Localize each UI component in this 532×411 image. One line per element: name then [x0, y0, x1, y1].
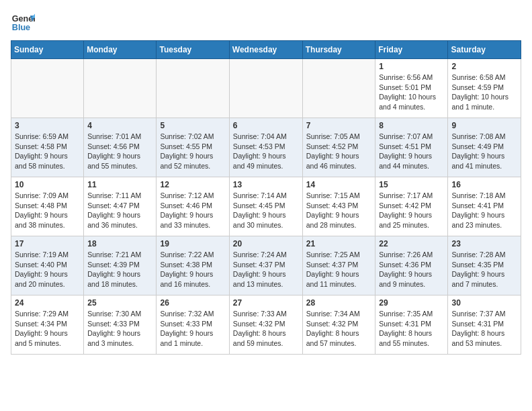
day-cell: 23Sunrise: 7:28 AM Sunset: 4:35 PM Dayli…: [448, 236, 521, 295]
week-row-1: 1Sunrise: 6:56 AM Sunset: 5:01 PM Daylig…: [11, 59, 521, 118]
day-cell: [11, 59, 84, 118]
day-cell: 3Sunrise: 6:59 AM Sunset: 4:58 PM Daylig…: [11, 118, 84, 177]
day-cell: 30Sunrise: 7:37 AM Sunset: 4:31 PM Dayli…: [448, 295, 521, 355]
day-detail: Sunrise: 7:33 AM Sunset: 4:32 PM Dayligh…: [233, 309, 299, 349]
day-number: 19: [160, 239, 225, 248]
day-detail: Sunrise: 7:37 AM Sunset: 4:31 PM Dayligh…: [451, 309, 517, 349]
day-cell: 17Sunrise: 7:19 AM Sunset: 4:40 PM Dayli…: [11, 236, 84, 295]
day-detail: Sunrise: 7:15 AM Sunset: 4:43 PM Dayligh…: [306, 191, 372, 230]
day-number: 28: [306, 298, 372, 308]
day-number: 17: [15, 239, 80, 248]
header-saturday: Saturday: [448, 41, 521, 59]
day-detail: Sunrise: 7:14 AM Sunset: 4:45 PM Dayligh…: [233, 191, 299, 230]
day-cell: 8Sunrise: 7:07 AM Sunset: 4:51 PM Daylig…: [375, 118, 448, 177]
day-detail: Sunrise: 7:04 AM Sunset: 4:53 PM Dayligh…: [233, 132, 299, 171]
day-detail: Sunrise: 7:21 AM Sunset: 4:39 PM Dayligh…: [87, 250, 152, 289]
day-detail: Sunrise: 7:26 AM Sunset: 4:36 PM Dayligh…: [379, 250, 444, 289]
day-number: 23: [451, 239, 517, 248]
header-wednesday: Wednesday: [229, 41, 302, 59]
day-number: 2: [451, 62, 517, 71]
day-cell: 6Sunrise: 7:04 AM Sunset: 4:53 PM Daylig…: [229, 118, 302, 177]
day-detail: Sunrise: 7:19 AM Sunset: 4:40 PM Dayligh…: [15, 250, 80, 289]
day-detail: Sunrise: 7:09 AM Sunset: 4:48 PM Dayligh…: [15, 191, 80, 230]
day-number: 15: [379, 180, 444, 189]
day-number: 1: [379, 62, 444, 71]
day-detail: Sunrise: 7:22 AM Sunset: 4:38 PM Dayligh…: [160, 250, 225, 289]
day-cell: 27Sunrise: 7:33 AM Sunset: 4:32 PM Dayli…: [229, 295, 302, 355]
week-row-5: 24Sunrise: 7:29 AM Sunset: 4:34 PM Dayli…: [11, 295, 521, 355]
day-cell: 28Sunrise: 7:34 AM Sunset: 4:32 PM Dayli…: [302, 295, 375, 355]
day-detail: Sunrise: 7:08 AM Sunset: 4:49 PM Dayligh…: [451, 132, 517, 171]
day-cell: [302, 59, 375, 118]
day-number: 3: [15, 121, 80, 130]
day-number: 10: [15, 180, 80, 189]
day-number: 8: [379, 121, 444, 130]
day-detail: Sunrise: 7:17 AM Sunset: 4:42 PM Dayligh…: [379, 191, 444, 230]
day-number: 30: [451, 298, 517, 308]
day-cell: [84, 59, 157, 118]
day-cell: 21Sunrise: 7:25 AM Sunset: 4:37 PM Dayli…: [302, 236, 375, 295]
svg-text:Blue: Blue: [12, 23, 30, 32]
day-number: 7: [306, 121, 372, 130]
day-cell: [229, 59, 302, 118]
header: General Blue: [11, 11, 521, 35]
week-row-2: 3Sunrise: 6:59 AM Sunset: 4:58 PM Daylig…: [11, 118, 521, 177]
day-detail: Sunrise: 7:28 AM Sunset: 4:35 PM Dayligh…: [451, 250, 517, 289]
day-detail: Sunrise: 7:30 AM Sunset: 4:33 PM Dayligh…: [87, 309, 152, 349]
day-detail: Sunrise: 7:35 AM Sunset: 4:31 PM Dayligh…: [379, 309, 444, 349]
day-cell: 19Sunrise: 7:22 AM Sunset: 4:38 PM Dayli…: [157, 236, 229, 295]
day-detail: Sunrise: 7:11 AM Sunset: 4:47 PM Dayligh…: [87, 191, 152, 230]
day-cell: 2Sunrise: 6:58 AM Sunset: 4:59 PM Daylig…: [448, 59, 521, 118]
day-number: 13: [233, 180, 299, 189]
day-number: 16: [451, 180, 517, 189]
day-cell: 12Sunrise: 7:12 AM Sunset: 4:46 PM Dayli…: [157, 177, 229, 236]
header-row: SundayMondayTuesdayWednesdayThursdayFrid…: [11, 41, 521, 59]
day-detail: Sunrise: 7:18 AM Sunset: 4:41 PM Dayligh…: [451, 191, 517, 230]
header-monday: Monday: [84, 41, 157, 59]
day-cell: 10Sunrise: 7:09 AM Sunset: 4:48 PM Dayli…: [11, 177, 84, 236]
day-cell: 18Sunrise: 7:21 AM Sunset: 4:39 PM Dayli…: [84, 236, 157, 295]
day-number: 12: [160, 180, 225, 189]
header-sunday: Sunday: [11, 41, 84, 59]
day-cell: 15Sunrise: 7:17 AM Sunset: 4:42 PM Dayli…: [375, 177, 448, 236]
header-thursday: Thursday: [302, 41, 375, 59]
day-number: 5: [160, 121, 225, 130]
day-cell: 13Sunrise: 7:14 AM Sunset: 4:45 PM Dayli…: [229, 177, 302, 236]
day-cell: 14Sunrise: 7:15 AM Sunset: 4:43 PM Dayli…: [302, 177, 375, 236]
logo-icon: General Blue: [11, 11, 35, 35]
day-cell: 22Sunrise: 7:26 AM Sunset: 4:36 PM Dayli…: [375, 236, 448, 295]
day-number: 26: [160, 298, 225, 308]
day-cell: 16Sunrise: 7:18 AM Sunset: 4:41 PM Dayli…: [448, 177, 521, 236]
day-number: 25: [87, 298, 152, 308]
day-cell: 11Sunrise: 7:11 AM Sunset: 4:47 PM Dayli…: [84, 177, 157, 236]
calendar-table: SundayMondayTuesdayWednesdayThursdayFrid…: [11, 40, 521, 355]
day-detail: Sunrise: 6:58 AM Sunset: 4:59 PM Dayligh…: [451, 73, 517, 112]
day-detail: Sunrise: 7:34 AM Sunset: 4:32 PM Dayligh…: [306, 309, 372, 349]
day-number: 14: [306, 180, 372, 189]
day-number: 21: [306, 239, 372, 248]
day-cell: 25Sunrise: 7:30 AM Sunset: 4:33 PM Dayli…: [84, 295, 157, 355]
day-detail: Sunrise: 7:01 AM Sunset: 4:56 PM Dayligh…: [87, 132, 152, 171]
day-detail: Sunrise: 7:07 AM Sunset: 4:51 PM Dayligh…: [379, 132, 444, 171]
day-cell: 9Sunrise: 7:08 AM Sunset: 4:49 PM Daylig…: [448, 118, 521, 177]
day-detail: Sunrise: 7:24 AM Sunset: 4:37 PM Dayligh…: [233, 250, 299, 289]
day-detail: Sunrise: 7:29 AM Sunset: 4:34 PM Dayligh…: [15, 309, 80, 349]
day-cell: 29Sunrise: 7:35 AM Sunset: 4:31 PM Dayli…: [375, 295, 448, 355]
day-number: 6: [233, 121, 299, 130]
header-tuesday: Tuesday: [157, 41, 229, 59]
day-number: 29: [379, 298, 444, 308]
day-number: 18: [87, 239, 152, 248]
week-row-4: 17Sunrise: 7:19 AM Sunset: 4:40 PM Dayli…: [11, 236, 521, 295]
day-detail: Sunrise: 7:12 AM Sunset: 4:46 PM Dayligh…: [160, 191, 225, 230]
logo: General Blue: [11, 11, 38, 35]
day-detail: Sunrise: 6:56 AM Sunset: 5:01 PM Dayligh…: [379, 73, 444, 112]
week-row-3: 10Sunrise: 7:09 AM Sunset: 4:48 PM Dayli…: [11, 177, 521, 236]
day-detail: Sunrise: 7:32 AM Sunset: 4:33 PM Dayligh…: [160, 309, 225, 349]
day-detail: Sunrise: 7:05 AM Sunset: 4:52 PM Dayligh…: [306, 132, 372, 171]
day-cell: 5Sunrise: 7:02 AM Sunset: 4:55 PM Daylig…: [157, 118, 229, 177]
day-number: 27: [233, 298, 299, 308]
day-number: 24: [15, 298, 80, 308]
day-number: 22: [379, 239, 444, 248]
day-number: 11: [87, 180, 152, 189]
day-cell: 26Sunrise: 7:32 AM Sunset: 4:33 PM Dayli…: [157, 295, 229, 355]
